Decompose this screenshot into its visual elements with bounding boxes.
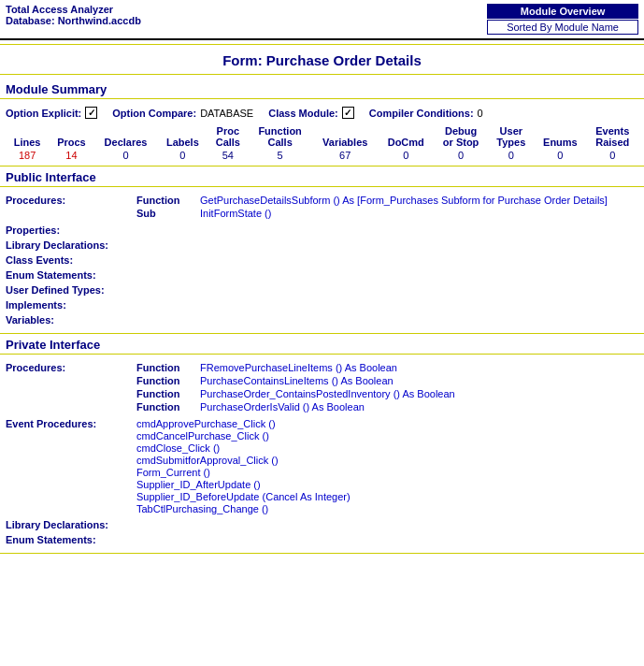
class-module: Class Module: ✓ bbox=[268, 107, 354, 119]
priv-proc-row-2: Function PurchaseContainsLineItems () As… bbox=[136, 375, 638, 386]
priv-proc-type-2: Function bbox=[136, 375, 193, 386]
private-procedures-label: Procedures: bbox=[6, 362, 136, 373]
val-enums: 0 bbox=[534, 149, 586, 162]
col-function-calls: FunctionCalls bbox=[248, 124, 311, 149]
header-left: Total Access Analyzer Database: Northwin… bbox=[6, 4, 487, 26]
event-procedures-content: cmdApprovePurchase_Click () cmdCancelPur… bbox=[136, 418, 638, 515]
option-compare: Option Compare: DATABASE bbox=[112, 108, 253, 119]
public-lib-decl-row: Library Declarations: bbox=[6, 239, 638, 251]
col-proc-calls: ProcCalls bbox=[208, 124, 248, 149]
proc-type-1: Function bbox=[136, 195, 193, 206]
public-procedures-label: Procedures: bbox=[6, 195, 136, 206]
private-interface-body: Procedures: Function FRemovePurchaseLine… bbox=[0, 358, 644, 554]
val-declares: 0 bbox=[94, 149, 158, 162]
val-procs: 14 bbox=[49, 149, 94, 162]
stats-table: Lines Procs Declares Labels ProcCalls Fu… bbox=[6, 124, 638, 162]
option-compare-label: Option Compare: bbox=[112, 108, 196, 119]
compiler-conditions: Compiler Conditions: 0 bbox=[369, 108, 483, 119]
private-enum-stmt-label: Enum Statements: bbox=[6, 534, 136, 545]
val-proc-calls: 54 bbox=[208, 149, 248, 162]
event-proc-2: cmdCancelPurchase_Click () bbox=[136, 430, 638, 442]
public-procedures-content: Function GetPurchaseDetailsSubform () As… bbox=[136, 195, 638, 221]
public-enum-stmt-row: Enum Statements: bbox=[6, 269, 638, 281]
priv-proc-name-1: FRemovePurchaseLineItems () As Boolean bbox=[200, 362, 397, 373]
private-lib-decl-row: Library Declarations: bbox=[6, 519, 638, 530]
public-interface-section: Public Interface Procedures: Function Ge… bbox=[0, 166, 644, 334]
private-interface-title: Private Interface bbox=[0, 334, 644, 355]
priv-proc-type-4: Function bbox=[136, 401, 193, 413]
event-proc-8: TabCtlPurchasing_Change () bbox=[136, 503, 638, 514]
public-class-events-row: Class Events: bbox=[6, 254, 638, 266]
priv-proc-name-3: PurchaseOrder_ContainsPostedInventory ()… bbox=[200, 388, 455, 399]
col-debug: Debugor Stop bbox=[434, 124, 488, 149]
priv-proc-row-1: Function FRemovePurchaseLineItems () As … bbox=[136, 362, 638, 373]
event-procedures-row: Event Procedures: cmdApprovePurchase_Cli… bbox=[6, 418, 638, 515]
page-title: Form: Purchase Order Details bbox=[0, 44, 644, 75]
val-events: 0 bbox=[586, 149, 638, 162]
private-enum-stmt-row: Enum Statements: bbox=[6, 534, 638, 545]
col-docmd: DoCmd bbox=[379, 124, 434, 149]
public-class-events-label: Class Events: bbox=[6, 254, 136, 266]
public-variables-label: Variables: bbox=[6, 314, 136, 326]
val-labels: 0 bbox=[157, 149, 208, 162]
col-labels: Labels bbox=[157, 124, 208, 149]
event-proc-6: Supplier_ID_AfterUpdate () bbox=[136, 479, 638, 490]
public-lib-decl-label: Library Declarations: bbox=[6, 239, 136, 251]
private-lib-decl-label: Library Declarations: bbox=[6, 519, 136, 530]
database-name: Database: Northwind.accdb bbox=[6, 15, 487, 26]
public-variables-row: Variables: bbox=[6, 314, 638, 326]
col-enums: Enums bbox=[534, 124, 586, 149]
proc-row-2: Sub InitFormState () bbox=[136, 208, 638, 219]
col-events: EventsRaised bbox=[586, 124, 638, 149]
col-lines: Lines bbox=[6, 124, 49, 149]
col-procs: Procs bbox=[49, 124, 94, 149]
event-procedures-label: Event Procedures: bbox=[6, 418, 136, 429]
module-summary-title: Module Summary bbox=[0, 79, 644, 99]
val-debug: 0 bbox=[434, 149, 488, 162]
priv-proc-name-2: PurchaseContainsLineItems () As Boolean bbox=[200, 375, 394, 386]
public-interface-body: Procedures: Function GetPurchaseDetailsS… bbox=[0, 191, 644, 334]
header-right: Module Overview Sorted By Module Name bbox=[487, 4, 638, 35]
proc-name-2: InitFormState () bbox=[200, 208, 271, 219]
app-name: Total Access Analyzer bbox=[6, 4, 487, 15]
public-procedures-row: Procedures: Function GetPurchaseDetailsS… bbox=[6, 195, 638, 221]
val-user-types: 0 bbox=[488, 149, 534, 162]
private-procedures-row: Procedures: Function FRemovePurchaseLine… bbox=[6, 362, 638, 414]
val-function-calls: 5 bbox=[248, 149, 311, 162]
col-variables: Variables bbox=[312, 124, 379, 149]
option-explicit: Option Explicit: ✓ bbox=[6, 107, 97, 119]
event-proc-4: cmdSubmitforApproval_Click () bbox=[136, 455, 638, 466]
priv-proc-row-3: Function PurchaseOrder_ContainsPostedInv… bbox=[136, 388, 638, 399]
priv-proc-type-3: Function bbox=[136, 388, 193, 399]
class-module-label: Class Module: bbox=[268, 108, 338, 119]
compiler-conditions-value: 0 bbox=[478, 108, 483, 119]
public-enum-stmt-label: Enum Statements: bbox=[6, 269, 136, 281]
event-proc-1: cmdApprovePurchase_Click () bbox=[136, 418, 638, 429]
sorted-by-button[interactable]: Sorted By Module Name bbox=[487, 20, 638, 35]
module-summary-body: Option Explicit: ✓ Option Compare: DATAB… bbox=[0, 103, 644, 166]
proc-name-1: GetPurchaseDetailsSubform () As [Form_Pu… bbox=[200, 195, 608, 206]
public-user-types-label: User Defined Types: bbox=[6, 284, 136, 296]
options-row: Option Explicit: ✓ Option Compare: DATAB… bbox=[6, 107, 638, 119]
priv-proc-row-4: Function PurchaseOrderIsValid () As Bool… bbox=[136, 401, 638, 413]
private-interface-section: Private Interface Procedures: Function F… bbox=[0, 334, 644, 554]
option-explicit-checkbox: ✓ bbox=[85, 107, 97, 119]
public-implements-row: Implements: bbox=[6, 299, 638, 311]
val-docmd: 0 bbox=[379, 149, 434, 162]
class-module-checkbox: ✓ bbox=[342, 107, 354, 119]
compiler-conditions-label: Compiler Conditions: bbox=[369, 108, 474, 119]
event-proc-7: Supplier_ID_BeforeUpdate (Cancel As Inte… bbox=[136, 491, 638, 502]
priv-proc-type-1: Function bbox=[136, 362, 193, 373]
public-properties-label: Properties: bbox=[6, 224, 136, 236]
col-declares: Declares bbox=[94, 124, 158, 149]
private-procedures-content: Function FRemovePurchaseLineItems () As … bbox=[136, 362, 638, 414]
priv-proc-name-4: PurchaseOrderIsValid () As Boolean bbox=[200, 401, 365, 413]
proc-row-1: Function GetPurchaseDetailsSubform () As… bbox=[136, 195, 638, 206]
event-proc-5: Form_Current () bbox=[136, 467, 638, 478]
module-overview-button[interactable]: Module Overview bbox=[487, 4, 638, 19]
public-user-types-row: User Defined Types: bbox=[6, 284, 638, 296]
option-compare-value: DATABASE bbox=[200, 108, 253, 119]
val-lines: 187 bbox=[6, 149, 49, 162]
module-summary-section: Module Summary Option Explicit: ✓ Option… bbox=[0, 79, 644, 166]
event-proc-3: cmdClose_Click () bbox=[136, 442, 638, 454]
